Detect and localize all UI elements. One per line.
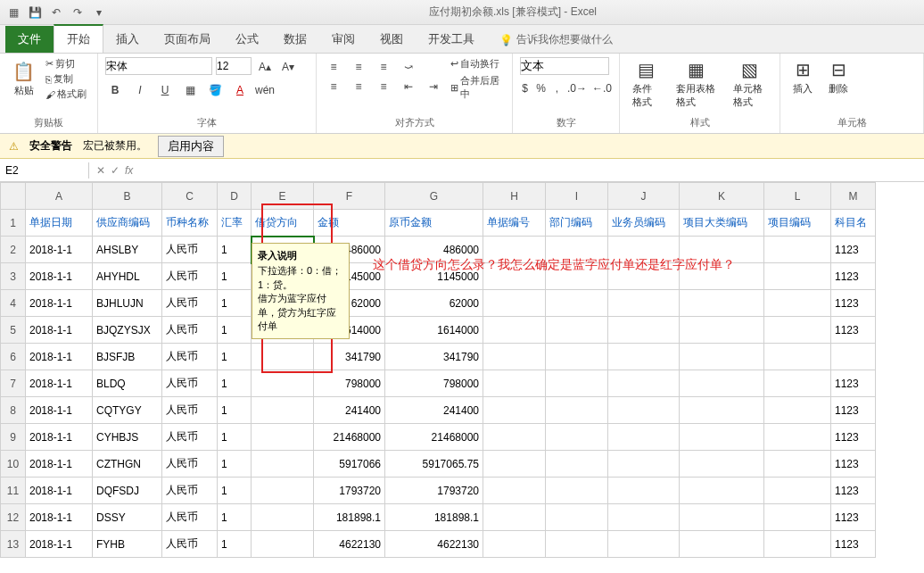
paste-button[interactable]: 📋粘贴 — [7, 59, 40, 99]
cell-B4[interactable]: BJHLUJN — [93, 290, 162, 317]
shrink-font-icon[interactable]: A▾ — [278, 57, 298, 77]
cell-K12[interactable] — [680, 504, 764, 531]
col-header-F[interactable]: F — [314, 183, 385, 210]
header-cell-J[interactable]: 业务员编码 — [608, 210, 680, 237]
row-header-5[interactable]: 5 — [1, 317, 26, 344]
col-header-I[interactable]: I — [546, 183, 608, 210]
col-header-H[interactable]: H — [483, 183, 546, 210]
cell-E13[interactable] — [252, 531, 314, 558]
cell-D12[interactable]: 1 — [218, 504, 252, 531]
col-header-G[interactable]: G — [385, 183, 483, 210]
cell-E6[interactable] — [252, 344, 314, 370]
enable-content-button[interactable]: 启用内容 — [158, 136, 224, 157]
cell-M11[interactable]: 1123 — [831, 478, 876, 504]
cell-D6[interactable]: 1 — [218, 344, 252, 370]
row-header-8[interactable]: 8 — [1, 397, 26, 424]
table-format-button[interactable]: ▦套用表格格式 — [671, 57, 722, 111]
cell-H10[interactable] — [483, 451, 546, 478]
cell-J13[interactable] — [608, 531, 680, 558]
cell-I10[interactable] — [546, 451, 608, 478]
cell-J11[interactable] — [608, 478, 680, 504]
cell-K13[interactable] — [680, 531, 764, 558]
cell-J5[interactable] — [608, 317, 680, 344]
cell-B10[interactable]: CZTHGN — [93, 451, 162, 478]
cell-D11[interactable]: 1 — [218, 478, 252, 504]
cell-B7[interactable]: BLDQ — [93, 370, 162, 397]
cell-D13[interactable]: 1 — [218, 531, 252, 558]
cell-G7[interactable]: 798000 — [385, 370, 483, 397]
cell-H5[interactable] — [483, 317, 546, 344]
row-header-10[interactable]: 10 — [1, 451, 26, 478]
cell-M4[interactable]: 1123 — [831, 290, 876, 317]
align-top-icon[interactable]: ≡ — [324, 57, 343, 77]
cell-K5[interactable] — [680, 317, 764, 344]
cell-G8[interactable]: 241400 — [385, 397, 483, 424]
grid[interactable]: ABCDEFGHIJKLM1单据日期供应商编码币种名称汇率借贷方向金额原币金额单… — [0, 182, 924, 573]
cell-E10[interactable] — [252, 451, 314, 478]
cell-C7[interactable]: 人民币 — [162, 370, 218, 397]
cell-L5[interactable] — [764, 317, 831, 344]
cell-B9[interactable]: CYHBJS — [93, 424, 162, 451]
cell-A7[interactable]: 2018-1-1 — [26, 370, 93, 397]
cell-H13[interactable] — [483, 531, 546, 558]
number-format-select[interactable] — [520, 57, 609, 75]
font-color-button[interactable]: A — [230, 80, 250, 100]
tab-formulas[interactable]: 公式 — [223, 26, 271, 53]
cell-K9[interactable] — [680, 424, 764, 451]
cell-G12[interactable]: 181898.1 — [385, 504, 483, 531]
fill-color-button[interactable]: 🪣 — [205, 80, 225, 100]
select-all[interactable] — [1, 183, 26, 210]
cell-C12[interactable]: 人民币 — [162, 504, 218, 531]
row-header-6[interactable]: 6 — [1, 344, 26, 370]
cell-D3[interactable]: 1 — [218, 263, 252, 290]
cell-H8[interactable] — [483, 397, 546, 424]
insert-button[interactable]: ⊞插入 — [788, 57, 818, 97]
cell-M8[interactable]: 1123 — [831, 397, 876, 424]
painter-button[interactable]: 🖌格式刷 — [45, 87, 87, 101]
cell-L6[interactable] — [764, 344, 831, 370]
underline-button[interactable]: U — [155, 80, 175, 100]
undo-icon[interactable]: ↶ — [48, 4, 64, 21]
cell-F8[interactable]: 241400 — [314, 397, 385, 424]
cell-H4[interactable] — [483, 290, 546, 317]
cell-G6[interactable]: 341790 — [385, 344, 483, 370]
cell-A12[interactable]: 2018-1-1 — [26, 504, 93, 531]
col-header-B[interactable]: B — [93, 183, 162, 210]
cell-I8[interactable] — [546, 397, 608, 424]
row-header-7[interactable]: 7 — [1, 370, 26, 397]
cell-L9[interactable] — [764, 424, 831, 451]
cell-A4[interactable]: 2018-1-1 — [26, 290, 93, 317]
phonetic-button[interactable]: wén — [255, 80, 275, 100]
cell-L13[interactable] — [764, 531, 831, 558]
cell-C8[interactable]: 人民币 — [162, 397, 218, 424]
cell-D7[interactable]: 1 — [218, 370, 252, 397]
cell-C5[interactable]: 人民币 — [162, 317, 218, 344]
cell-I5[interactable] — [546, 317, 608, 344]
cell-I7[interactable] — [546, 370, 608, 397]
row-header-11[interactable]: 11 — [1, 478, 26, 504]
border-button[interactable]: ▦ — [180, 80, 200, 100]
cell-I6[interactable] — [546, 344, 608, 370]
cell-J10[interactable] — [608, 451, 680, 478]
cell-M10[interactable]: 1123 — [831, 451, 876, 478]
cell-H6[interactable] — [483, 344, 546, 370]
inc-decimal-icon[interactable]: .0→ — [567, 79, 587, 98]
cell-A8[interactable]: 2018-1-1 — [26, 397, 93, 424]
indent-dec-icon[interactable]: ⇤ — [399, 77, 418, 96]
row-header-4[interactable]: 4 — [1, 290, 26, 317]
cell-M13[interactable]: 1123 — [831, 531, 876, 558]
tell-me[interactable]: 💡告诉我你想要做什么 — [487, 27, 625, 53]
header-cell-G[interactable]: 原币金额 — [385, 210, 483, 237]
align-left-icon[interactable]: ≡ — [324, 77, 343, 96]
cell-A13[interactable]: 2018-1-1 — [26, 531, 93, 558]
enter-icon[interactable]: ✓ — [111, 164, 120, 177]
cell-J12[interactable] — [608, 504, 680, 531]
align-bot-icon[interactable]: ≡ — [374, 57, 393, 77]
row-header-12[interactable]: 12 — [1, 504, 26, 531]
cell-D2[interactable]: 1 — [218, 237, 252, 263]
cell-style-button[interactable]: ▧单元格格式 — [728, 57, 772, 111]
copy-button[interactable]: ⎘复制 — [45, 72, 87, 86]
cell-L4[interactable] — [764, 290, 831, 317]
cell-K4[interactable] — [680, 290, 764, 317]
tab-dev[interactable]: 开发工具 — [416, 26, 487, 53]
